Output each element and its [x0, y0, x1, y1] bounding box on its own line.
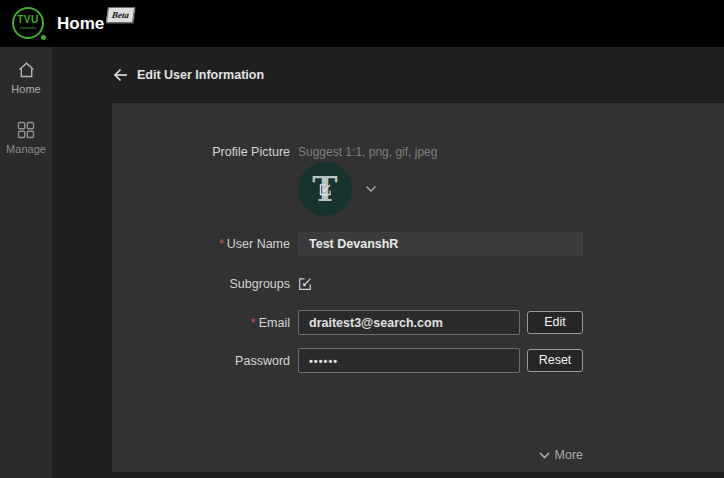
page-header: Edit User Information	[52, 47, 724, 103]
page-title: Edit User Information	[137, 68, 264, 82]
edit-user-panel: Profile Picture Suggest 1:1, png, gif, j…	[112, 103, 724, 472]
avatar-edit-icon	[319, 183, 332, 196]
sidebar-item-manage[interactable]: Manage	[6, 121, 46, 155]
avatar[interactable]: T	[298, 162, 352, 216]
reset-password-button[interactable]: Reset	[527, 349, 583, 372]
sidebar-item-home-label: Home	[11, 83, 40, 95]
email-row: *Email Edit	[112, 310, 724, 335]
subgroups-edit-icon[interactable]	[298, 277, 312, 291]
sidebar: Home Manage	[0, 47, 52, 478]
beta-badge: Beta	[106, 7, 135, 23]
tvu-logo-text: TVU	[17, 15, 39, 25]
avatar-chevron-down-icon[interactable]	[365, 185, 377, 193]
sidebar-item-manage-label: Manage	[6, 143, 46, 155]
home-icon	[17, 61, 36, 79]
tvu-logo-subtext: networks	[20, 25, 36, 30]
subgroups-label: Subgroups	[112, 277, 290, 291]
user-name-row: *User Name	[112, 232, 724, 256]
body-row: Home Manage Edit User Information	[0, 47, 724, 478]
password-input[interactable]	[298, 348, 520, 373]
password-label: Password	[112, 354, 290, 368]
profile-picture-row: Profile Picture Suggest 1:1, png, gif, j…	[112, 143, 724, 160]
email-input[interactable]	[298, 310, 520, 335]
back-arrow-icon	[113, 68, 128, 82]
main-area: Edit User Information Profile Picture Su…	[52, 47, 724, 478]
required-asterisk: *	[251, 316, 256, 330]
manage-grid-icon	[17, 121, 35, 139]
required-asterisk: *	[219, 237, 224, 251]
more-toggle[interactable]: More	[539, 448, 583, 462]
tvu-logo[interactable]: TVU networks	[12, 7, 46, 41]
password-row: Password Reset	[112, 348, 724, 373]
user-name-input[interactable]	[298, 232, 583, 256]
email-label: Email	[259, 316, 290, 330]
user-name-label: User Name	[227, 237, 290, 251]
back-button[interactable]	[113, 68, 128, 82]
app-title: Home	[57, 14, 104, 34]
subgroups-row: Subgroups	[112, 276, 724, 292]
avatar-row: T	[112, 162, 724, 216]
profile-picture-label: Profile Picture	[112, 145, 290, 159]
more-label: More	[555, 448, 583, 462]
tvu-logo-dot	[41, 35, 46, 40]
profile-picture-hint: Suggest 1:1, png, gif, jpeg	[298, 145, 437, 159]
sidebar-item-home[interactable]: Home	[11, 61, 40, 95]
chevron-down-icon	[539, 452, 550, 459]
top-bar: TVU networks Home Beta	[0, 0, 724, 47]
edit-email-button[interactable]: Edit	[527, 311, 583, 334]
tvu-logo-circle: TVU networks	[12, 7, 44, 39]
